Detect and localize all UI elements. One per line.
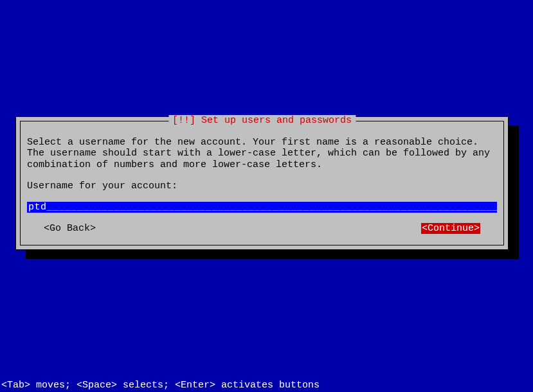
dialog-title: [!!] Set up users and passwords <box>168 115 356 126</box>
instruction-text: Select a username for the new account. Y… <box>27 137 497 170</box>
button-row: <Go Back> <Continue> <box>27 223 497 234</box>
dialog-inner: [!!] Set up users and passwords Select a… <box>20 121 504 245</box>
continue-button[interactable]: <Continue> <box>421 223 480 234</box>
username-value: ptd <box>28 202 47 213</box>
username-input[interactable]: ptd_____________________________________… <box>27 202 497 213</box>
username-label: Username for your account: <box>27 181 497 192</box>
go-back-button[interactable]: <Go Back> <box>44 223 96 234</box>
status-bar: <Tab> moves; <Space> selects; <Enter> ac… <box>1 380 320 391</box>
dialog-box: [!!] Set up users and passwords Select a… <box>15 116 509 250</box>
input-padding: ________________________________________… <box>47 202 497 213</box>
